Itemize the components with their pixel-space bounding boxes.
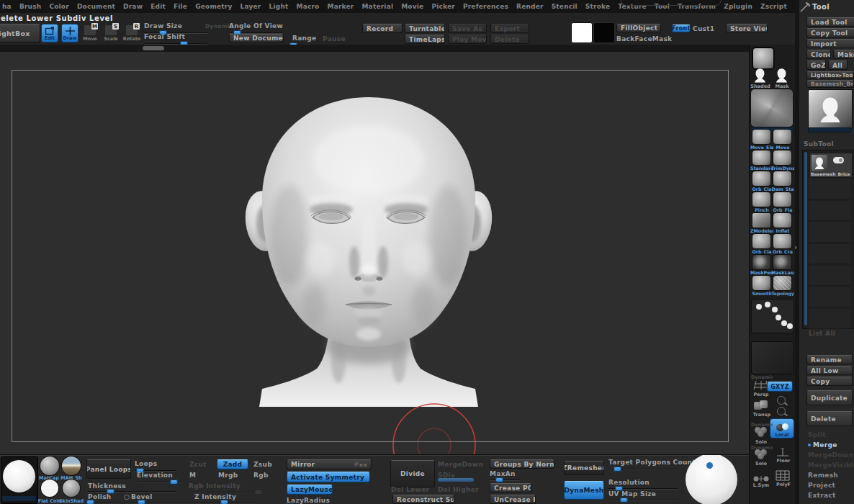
copy-tool-button[interactable]: Copy Tool bbox=[806, 28, 854, 37]
solo2-icon[interactable] bbox=[755, 449, 769, 459]
menu-item[interactable]: Draw bbox=[123, 3, 143, 10]
maxan-slider[interactable] bbox=[490, 477, 520, 482]
subtool-header[interactable]: SubTool bbox=[804, 140, 834, 148]
menu-item[interactable]: Geometry bbox=[195, 3, 232, 10]
cust1-button[interactable]: Cust1 bbox=[693, 25, 714, 32]
sculpt-canvas[interactable] bbox=[0, 52, 749, 454]
new-document-button[interactable]: New Document bbox=[229, 34, 284, 42]
zoom-in-icon[interactable] bbox=[777, 396, 786, 405]
menu-item[interactable]: Picker bbox=[431, 3, 455, 10]
delete-subtool-button[interactable]: Delete bbox=[806, 411, 853, 426]
menu-item[interactable]: Zscript bbox=[760, 3, 787, 10]
subtool-link[interactable]: Merge bbox=[808, 440, 853, 449]
Orb_Cra[interactable]: Orb_Cra bbox=[772, 234, 794, 255]
sdiv-slider[interactable] bbox=[438, 478, 474, 482]
record-button[interactable]: Record bbox=[362, 24, 403, 33]
rgb-button[interactable]: Rgb bbox=[253, 472, 269, 479]
color-swatch-black[interactable] bbox=[593, 22, 615, 43]
Topology[interactable]: Topology bbox=[772, 276, 794, 297]
goz-button[interactable]: GoZ bbox=[806, 60, 826, 70]
activate-symmetry-button[interactable]: Activate Symmetry bbox=[287, 472, 370, 482]
store-view-button[interactable]: Store View bbox=[726, 24, 768, 33]
document-scroll-handle[interactable] bbox=[143, 46, 164, 50]
Dam_Sta[interactable]: Dam_Sta bbox=[772, 171, 794, 192]
menu-item[interactable]: Layer bbox=[241, 3, 261, 10]
subtool-link[interactable]: MergeVisible bbox=[808, 460, 853, 469]
current-material-thumb[interactable] bbox=[1, 456, 38, 504]
zoom-out-icon[interactable] bbox=[777, 407, 786, 415]
TrimDyna[interactable]: TrimDyna bbox=[772, 150, 794, 171]
Orb_Fla[interactable]: Orb_Fla bbox=[772, 192, 794, 213]
menu-item[interactable]: ha bbox=[2, 3, 12, 10]
elevation-slider[interactable] bbox=[137, 480, 183, 485]
lightbox-tools-button[interactable]: Lightbox▸Tools bbox=[806, 71, 854, 79]
timelapse-button[interactable]: TimeLapse bbox=[405, 35, 445, 44]
menu-item[interactable]: Macro bbox=[297, 3, 320, 10]
Smooth[interactable]: Smooth bbox=[751, 276, 773, 297]
subtool-item-active[interactable]: Basemesh_Brice bbox=[809, 153, 853, 178]
rotate-mode-button[interactable]: R Rotate bbox=[123, 24, 140, 42]
clone-button[interactable]: Clone bbox=[806, 50, 831, 59]
edit-mode-button[interactable]: Edit bbox=[41, 24, 58, 42]
zsub-button[interactable]: Zsub bbox=[253, 461, 272, 468]
make-polymesh-button[interactable]: Make P bbox=[833, 50, 854, 59]
panel-collapse-chevron-icon[interactable]: › bbox=[795, 243, 797, 251]
menu-item[interactable]: Color bbox=[49, 3, 69, 10]
menu-item[interactable]: File bbox=[174, 3, 187, 10]
solo-icon[interactable] bbox=[755, 427, 769, 437]
preview-sphere[interactable] bbox=[686, 454, 737, 504]
all-low-button[interactable]: All Low bbox=[806, 366, 853, 375]
menu-item[interactable]: Stencil bbox=[552, 3, 577, 10]
lazymouse-button[interactable]: LazyMouse bbox=[287, 485, 333, 495]
menu-item[interactable]: Brush bbox=[19, 3, 41, 10]
alpha-slot[interactable] bbox=[751, 341, 794, 374]
Move[interactable]: Move bbox=[772, 130, 794, 150]
panel-divider[interactable] bbox=[795, 0, 799, 504]
subtool-link[interactable]: Project bbox=[808, 480, 853, 490]
fill-object-button[interactable]: FillObject bbox=[616, 24, 661, 32]
m-button[interactable]: M bbox=[189, 472, 196, 479]
mirror-button[interactable]: Mirror #▪▪ bbox=[287, 459, 372, 469]
skinshade-thumb[interactable] bbox=[63, 480, 80, 497]
polish-slider[interactable] bbox=[88, 500, 121, 504]
dynamesh-button[interactable]: DynaMesh bbox=[564, 481, 604, 500]
menu-item[interactable]: Movie bbox=[401, 3, 423, 10]
scale-mode-button[interactable]: S Scale bbox=[102, 24, 120, 42]
stroke-preview[interactable] bbox=[751, 299, 794, 333]
MaskLass[interactable]: MaskLass bbox=[772, 255, 794, 276]
menu-item[interactable]: Zplugin bbox=[724, 3, 752, 10]
Orb_Cla[interactable]: Orb_Cla bbox=[751, 234, 773, 255]
lightbox-button[interactable]: LightBox bbox=[0, 24, 40, 42]
subtool-scrollbar[interactable] bbox=[804, 152, 807, 325]
zremesher-button[interactable]: ZRemesher bbox=[564, 461, 604, 475]
panel-loops-button[interactable]: Panel Loops bbox=[86, 459, 131, 479]
goz-all-button[interactable]: All bbox=[828, 60, 848, 70]
crease-pg-button[interactable]: Crease PG bbox=[490, 483, 531, 492]
bevel-slider[interactable] bbox=[124, 500, 181, 504]
backfacemask-button[interactable]: BackFaceMask bbox=[616, 35, 672, 42]
menu-item[interactable]: Edit bbox=[150, 3, 166, 10]
z-intensity-slider[interactable] bbox=[177, 500, 258, 504]
menu-item[interactable]: Render bbox=[516, 3, 544, 10]
menu-item[interactable]: Stroke bbox=[585, 3, 610, 10]
menu-item[interactable]: Marker bbox=[328, 3, 354, 10]
transp-toggle[interactable] bbox=[754, 400, 768, 410]
rename-button[interactable]: Rename bbox=[806, 355, 853, 364]
menu-item[interactable]: Material bbox=[361, 3, 393, 10]
flat-color-thumb[interactable] bbox=[41, 480, 58, 497]
mah-thumb[interactable] bbox=[62, 456, 81, 475]
local-button[interactable]: Local bbox=[770, 418, 794, 438]
import-button[interactable]: Import bbox=[806, 39, 854, 48]
gxyz-button[interactable]: GXYZ bbox=[767, 382, 793, 392]
groups-by-normals-button[interactable]: Groups By Normals bbox=[490, 459, 554, 469]
reconstruct-subdiv-button[interactable]: Reconstruct Subdiv bbox=[392, 495, 454, 504]
subtool-link[interactable]: Remesh bbox=[808, 470, 853, 480]
move-mode-button[interactable]: M Move bbox=[81, 24, 99, 42]
Pinch[interactable]: Pinch bbox=[751, 192, 773, 213]
divide-button[interactable]: Divide bbox=[390, 460, 435, 487]
matcap-thumb[interactable] bbox=[40, 456, 59, 475]
copy-subtool-button[interactable]: Copy bbox=[806, 377, 853, 386]
uncrease-pg-button[interactable]: UnCrease PG bbox=[490, 495, 536, 504]
draw-mode-button[interactable]: Draw bbox=[61, 24, 78, 42]
current-brush-thumb[interactable] bbox=[752, 48, 774, 69]
